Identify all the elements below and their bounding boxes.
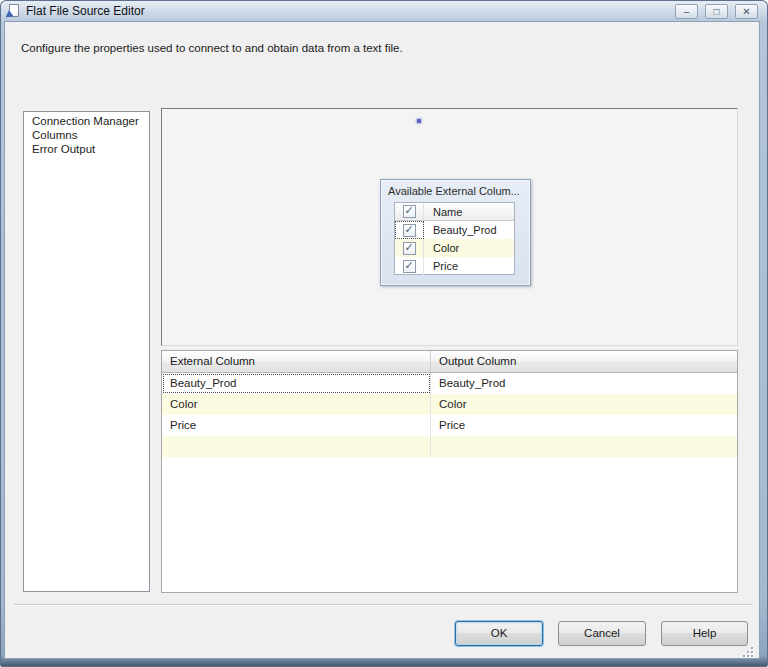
screenshot: Flat File Source Editor – □ ✕ Configure …: [0, 0, 768, 667]
available-column-label: Beauty_Prod: [424, 224, 497, 236]
resize-grip[interactable]: [741, 645, 755, 659]
close-button[interactable]: ✕: [735, 4, 758, 19]
minimize-icon: –: [684, 7, 690, 17]
maximize-button[interactable]: □: [705, 4, 728, 19]
mapping-row-price: Price Price: [162, 415, 737, 436]
pages-list: Connection Manager Columns Error Output: [23, 111, 150, 592]
external-column-cell[interactable]: Beauty_Prod: [162, 373, 431, 394]
sidebar-item-connection-manager[interactable]: Connection Manager: [30, 114, 149, 128]
available-external-columns-grid: ✓ Name ✓ Beauty_Prod ✓ Co: [394, 202, 515, 275]
available-external-columns-title: Available External Colum...: [381, 180, 530, 200]
available-column-label: Price: [424, 260, 458, 272]
column-mapping-grid: External Column Output Column Beauty_Pro…: [161, 350, 738, 593]
ok-button[interactable]: OK: [455, 621, 543, 646]
checkbox-color[interactable]: ✓: [403, 242, 416, 255]
mapping-grid-header: External Column Output Column: [162, 351, 737, 373]
mapping-row-color: Color Color: [162, 394, 737, 415]
check-icon: ✓: [404, 260, 413, 271]
external-column-cell[interactable]: Price: [162, 415, 431, 436]
flat-file-source-icon: [7, 4, 21, 19]
mapping-row-beauty-prod: Beauty_Prod Beauty_Prod: [162, 373, 737, 394]
columns-design-surface: Available External Colum... ✓ Name ✓ Bea…: [161, 108, 738, 346]
checkbox-name[interactable]: ✓: [403, 205, 416, 218]
cursor-dot: [417, 119, 421, 123]
checkbox-beauty-prod[interactable]: ✓: [403, 224, 416, 237]
check-icon: ✓: [404, 205, 413, 216]
available-column-row-name[interactable]: ✓ Name: [395, 203, 514, 221]
close-icon: ✕: [742, 7, 750, 17]
output-column-cell[interactable]: Beauty_Prod: [431, 373, 737, 394]
available-column-row-price[interactable]: ✓ Price: [395, 257, 514, 275]
cancel-button[interactable]: Cancel: [558, 621, 646, 646]
mapping-row-empty: [162, 436, 737, 457]
dialog-description: Configure the properties used to connect…: [21, 42, 403, 54]
header-external-column[interactable]: External Column: [162, 351, 431, 372]
external-column-cell[interactable]: Color: [162, 394, 431, 415]
window-controls: – □ ✕: [675, 4, 758, 19]
maximize-icon: □: [713, 7, 719, 17]
header-output-column[interactable]: Output Column: [431, 351, 737, 372]
help-button[interactable]: Help: [661, 621, 748, 646]
output-column-cell[interactable]: Color: [431, 394, 737, 415]
checkbox-price[interactable]: ✓: [403, 260, 416, 273]
available-column-row-color[interactable]: ✓ Color: [395, 239, 514, 257]
external-column-cell[interactable]: [162, 436, 431, 457]
check-icon: ✓: [404, 224, 413, 235]
minimize-button[interactable]: –: [675, 4, 698, 19]
output-column-cell[interactable]: Price: [431, 415, 737, 436]
available-external-columns-box[interactable]: Available External Colum... ✓ Name ✓ Bea…: [380, 179, 531, 286]
sidebar-item-error-output[interactable]: Error Output: [30, 142, 149, 156]
check-icon: ✓: [404, 242, 413, 253]
available-column-row-beauty-prod[interactable]: ✓ Beauty_Prod: [395, 221, 514, 239]
output-column-cell[interactable]: [431, 436, 737, 457]
window-title: Flat File Source Editor: [26, 4, 145, 18]
footer-separator: [14, 604, 753, 605]
available-column-label: Color: [424, 242, 459, 254]
available-column-label: Name: [424, 206, 462, 218]
title-bar[interactable]: Flat File Source Editor – □ ✕: [0, 0, 768, 22]
sidebar-item-columns[interactable]: Columns: [30, 128, 149, 142]
flat-file-source-editor-window: Flat File Source Editor – □ ✕ Configure …: [0, 0, 768, 667]
